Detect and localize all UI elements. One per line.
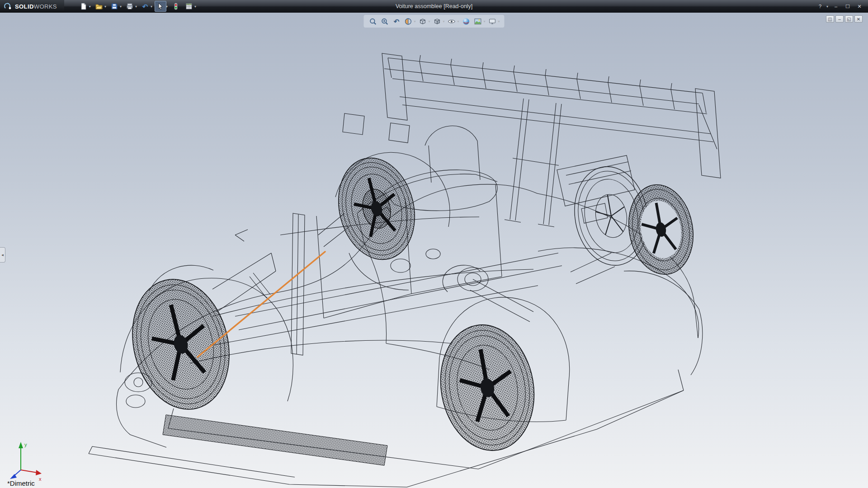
apply-scene-button[interactable] [472,16,484,27]
heads-up-view-toolbar: ↶ ▾ ▾ ▾ ▾ [363,15,504,28]
close-button[interactable]: ✕ [854,2,864,10]
selected-edge-highlight[interactable] [198,252,325,357]
wireframe-model [0,13,868,488]
previous-view-icon: ↶ [394,18,400,25]
new-document-icon [80,3,87,10]
tile-windows-icon: ◫ [828,17,832,22]
close-icon: ✕ [857,4,861,9]
brand-name-primary: SOLID [15,3,34,10]
edit-appearance-icon [462,18,470,25]
feature-tree-collapse-tab[interactable]: ◂ [0,247,5,263]
apply-scene-icon [474,18,482,25]
save-icon [111,3,118,10]
minimize-document-icon: – [838,17,841,22]
hide-show-items-icon [448,18,456,25]
brand-name-secondary: WORKS [34,3,57,10]
help-icon: ? [819,4,821,9]
restore-document-button[interactable]: ◱ [845,15,853,23]
select-cursor-button[interactable] [155,1,166,12]
edit-appearance-button[interactable] [461,16,472,27]
dropdown-arrow-icon[interactable]: ▾ [194,5,196,9]
design-table-icon [185,3,193,10]
hide-show-items-button[interactable] [446,16,458,27]
close-document-icon: ✕ [857,17,860,22]
dropdown-arrow-icon[interactable]: ▾ [89,5,91,9]
print-icon [126,3,133,10]
minimize-document-button[interactable]: – [835,15,844,23]
dropdown-arrow-icon[interactable]: ▾ [458,19,459,23]
restore-document-icon: ◱ [847,17,851,22]
zoom-to-fit-button[interactable] [367,16,378,27]
section-view-button[interactable] [402,16,414,27]
dropdown-arrow-icon[interactable]: ▾ [484,19,486,23]
zoom-to-area-button[interactable] [379,16,390,27]
titlebar: SOLIDWORKS ▾ ▾ ▾ [0,0,868,13]
help-button[interactable]: ? [815,2,825,10]
open-document-icon [95,3,103,10]
rebuild-button[interactable] [170,1,182,12]
section-view-icon [404,18,412,25]
design-table-button[interactable] [183,1,195,12]
close-document-button[interactable]: ✕ [854,15,863,23]
main-toolbar: ▾ ▾ ▾ [78,1,197,12]
view-settings-icon [489,18,496,25]
wheel-rear-left [431,317,544,458]
display-style-button[interactable] [431,16,443,27]
maximize-button[interactable]: ☐ [843,2,853,10]
dassault-3ds-logo-icon [4,3,13,10]
view-orientation-icon [419,18,426,25]
previous-view-button[interactable]: ↶ [391,16,402,27]
triad-x-label: x [39,476,42,482]
undo-button[interactable]: ↶ [139,1,151,12]
tile-windows-button[interactable]: ◫ [826,15,834,23]
dropdown-arrow-icon[interactable]: ▾ [498,19,500,23]
document-title: Voiture assomblee [Read-only] [396,0,472,13]
save-button[interactable] [108,1,120,12]
graphics-area[interactable]: ↶ ▾ ▾ ▾ ▾ [0,13,868,488]
wheel-rear-right-outer [622,179,700,279]
maximize-icon: ☐ [845,4,850,9]
dropdown-arrow-icon[interactable]: ▾ [443,19,444,23]
zoom-to-area-icon [381,18,388,25]
front-grille-mesh [163,415,387,465]
chevron-left-icon: ◂ [1,253,4,257]
display-style-icon [433,18,441,25]
open-document-button[interactable] [93,1,105,12]
dropdown-arrow-icon[interactable]: ▾ [104,5,106,9]
wheel-front-right [328,150,425,268]
view-orientation-button[interactable] [417,16,428,27]
view-settings-button[interactable] [487,16,498,27]
new-document-button[interactable] [78,1,90,12]
rebuild-traffic-light-icon [172,3,179,10]
select-cursor-icon [157,3,164,10]
dropdown-arrow-icon[interactable]: ▾ [166,5,168,9]
undo-icon: ↶ [142,3,148,10]
dropdown-arrow-icon[interactable]: ▾ [135,5,137,9]
zoom-to-fit-icon [369,18,377,25]
minimize-icon: – [835,4,837,9]
dropdown-arrow-icon[interactable]: ▾ [826,5,828,9]
dropdown-arrow-icon[interactable]: ▾ [151,5,152,9]
dropdown-arrow-icon[interactable]: ▾ [414,19,415,23]
minimize-button[interactable]: – [831,2,841,10]
solidworks-logo: SOLIDWORKS [0,0,64,13]
dropdown-arrow-icon[interactable]: ▾ [120,5,122,9]
view-orientation-label: *Dimetric [7,479,35,487]
reference-triad: y x [3,438,44,482]
window-controls: ? ▾ – ☐ ✕ [815,2,868,10]
wheel-front-left [119,269,242,420]
document-window-buttons: ◫ – ◱ ✕ [826,15,863,23]
triad-y-label: y [24,442,27,447]
dropdown-arrow-icon[interactable]: ▾ [428,19,430,23]
print-button[interactable] [124,1,136,12]
